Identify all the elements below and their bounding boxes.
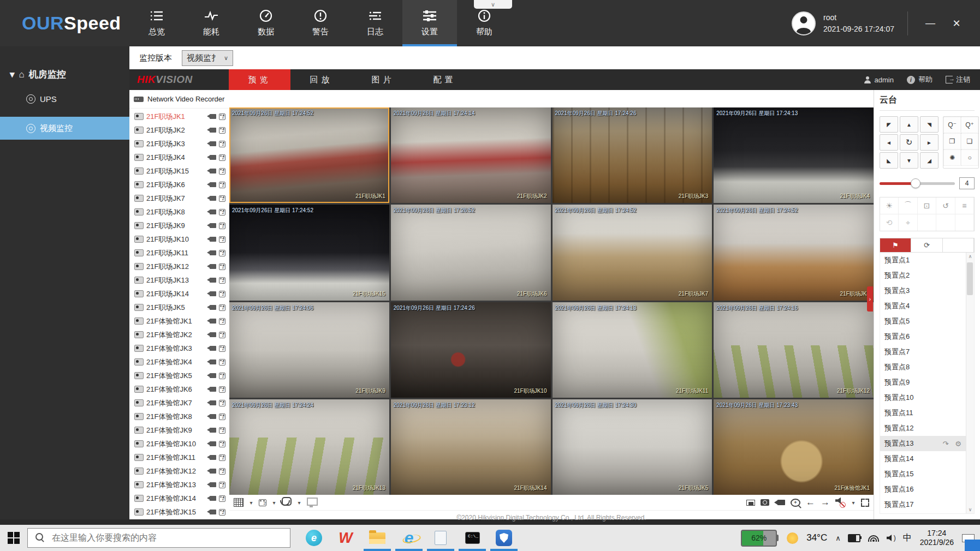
search-input[interactable] bbox=[28, 528, 290, 548]
preset-item[interactable]: 预置点2 bbox=[880, 268, 966, 283]
zoom-out-button[interactable]: Q⁻ bbox=[943, 117, 961, 133]
taskbar-app-notepad[interactable] bbox=[425, 525, 456, 551]
minimize-button[interactable]: — bbox=[921, 17, 940, 29]
nav-log[interactable]: 日志 bbox=[348, 0, 402, 46]
record-icon[interactable] bbox=[210, 400, 216, 405]
camera-item[interactable]: 21F体验馆JK62 bbox=[129, 382, 229, 396]
stream-select-icon[interactable]: 2 bbox=[219, 182, 225, 188]
auto-scan-button[interactable]: ↻ bbox=[900, 134, 918, 151]
stream-select-icon[interactable]: 2 bbox=[219, 195, 225, 202]
tab-preview[interactable]: 预览 bbox=[229, 69, 290, 90]
light-icon[interactable]: ☀ bbox=[880, 197, 899, 214]
stream-select-icon[interactable]: 2 bbox=[219, 168, 225, 175]
stream-select-icon[interactable]: 2 bbox=[219, 113, 225, 120]
record-icon[interactable] bbox=[210, 250, 216, 255]
camera-item[interactable]: 21F职场JK142 bbox=[129, 287, 229, 301]
preset-item[interactable]: 预置点12 bbox=[880, 421, 966, 436]
record-icon[interactable] bbox=[210, 373, 216, 378]
video-tile[interactable]: 2021年09月26日 星期日 17:24:5221F职场JK1 bbox=[229, 107, 389, 203]
stream-select-icon[interactable]: 2 bbox=[219, 400, 225, 406]
record-icon[interactable] bbox=[210, 387, 216, 392]
stream-select-icon[interactable]: 2 bbox=[219, 263, 225, 270]
video-tile[interactable]: 2021年09月26日 星期日 17:24:2621F职场JK10 bbox=[391, 302, 551, 398]
video-tile[interactable]: 2021年09月26日 星期日 17:24:5221F职场JK8 bbox=[714, 205, 874, 300]
taskbar-app-shield[interactable] bbox=[488, 525, 520, 551]
camera-item[interactable]: 21F体验馆JK72 bbox=[129, 396, 229, 410]
record-icon[interactable] bbox=[210, 332, 216, 337]
taskbar-app-wps[interactable] bbox=[330, 525, 361, 551]
record-icon[interactable] bbox=[210, 278, 216, 283]
taskbar-search[interactable] bbox=[27, 528, 290, 548]
camera-item[interactable]: 21F职场JK52 bbox=[129, 301, 229, 314]
ptz-tab-preset[interactable]: ⚑ bbox=[880, 238, 911, 252]
camera-item[interactable]: 21F体验馆JK22 bbox=[129, 328, 229, 342]
stream-select-icon[interactable]: 2 bbox=[219, 250, 225, 256]
video-tile[interactable]: 2021年09月26日 星期日 17:26:5221F职场JK6 bbox=[391, 205, 551, 300]
record-icon[interactable] bbox=[210, 482, 216, 487]
stream-select-icon[interactable]: 2 bbox=[219, 495, 225, 502]
record-icon[interactable] bbox=[210, 305, 216, 310]
focus-far-button[interactable]: ❐ bbox=[943, 133, 961, 149]
record-icon[interactable] bbox=[210, 441, 216, 446]
stream-select-icon[interactable]: 2 bbox=[219, 345, 225, 352]
camera-item[interactable]: 21F职场JK112 bbox=[129, 246, 229, 260]
record-icon[interactable] bbox=[210, 155, 216, 160]
camera-item[interactable]: 21F体验馆JK102 bbox=[129, 437, 229, 451]
video-tile[interactable]: 2021年09月26日 星期日 17:24:2421F职场JK13 bbox=[229, 399, 389, 495]
position-3d-icon[interactable]: ⌖ bbox=[899, 214, 917, 231]
scrollbar-thumb[interactable] bbox=[967, 262, 973, 295]
volume-icon[interactable]: ) bbox=[887, 534, 896, 542]
record-icon[interactable] bbox=[210, 196, 216, 201]
version-dropdown[interactable]: 视频监扌 ∨ bbox=[182, 50, 233, 66]
tray-expand-icon[interactable]: ∧ bbox=[835, 534, 841, 542]
pan-up-left-button[interactable]: ◤ bbox=[880, 116, 898, 133]
nav-overview[interactable]: 总览 bbox=[129, 0, 184, 46]
camera-item[interactable]: 21F体验馆JK132 bbox=[129, 478, 229, 492]
preset-item[interactable]: 预置点16 bbox=[880, 482, 966, 497]
pan-down-left-button[interactable]: ◣ bbox=[880, 152, 898, 169]
record-icon[interactable] bbox=[210, 264, 216, 269]
speed-slider[interactable] bbox=[880, 182, 955, 185]
top-chevron-tab[interactable]: ∨ bbox=[474, 0, 512, 9]
stream-select-icon[interactable]: 2 bbox=[219, 441, 225, 447]
pan-left-button[interactable]: ◄ bbox=[880, 134, 898, 151]
ptz-tab-pattern[interactable] bbox=[943, 238, 974, 252]
stream-select-icon[interactable]: 2 bbox=[219, 209, 225, 215]
tray-battery-icon[interactable] bbox=[848, 534, 860, 542]
ptz-tab-patrol[interactable]: ⟳ bbox=[911, 238, 942, 252]
record-icon[interactable] bbox=[210, 319, 216, 324]
iris-open-button[interactable]: ○ bbox=[961, 149, 978, 166]
record-icon[interactable] bbox=[210, 469, 216, 474]
preset-item[interactable]: 预置点7 bbox=[880, 344, 966, 360]
camera-item[interactable]: 21F职场JK82 bbox=[129, 205, 229, 219]
stream-select-icon[interactable]: 2 bbox=[219, 332, 225, 338]
close-all-icon[interactable] bbox=[746, 500, 755, 506]
pan-up-button[interactable]: ▲ bbox=[900, 116, 918, 133]
caret-down-icon[interactable]: ▾ bbox=[249, 498, 253, 507]
help-link[interactable]: i 帮助 bbox=[907, 75, 933, 85]
record-icon[interactable] bbox=[210, 209, 216, 214]
video-tile[interactable]: 2021年09月26日 星期日 17:23:4321F体验馆JK1 bbox=[714, 399, 874, 495]
record-icon[interactable] bbox=[210, 291, 216, 296]
digital-zoom-icon[interactable] bbox=[791, 499, 800, 507]
tab-configuration[interactable]: 配置 bbox=[414, 69, 476, 90]
stream-select-icon[interactable]: 2 bbox=[219, 386, 225, 393]
record-icon[interactable] bbox=[210, 346, 216, 351]
camera-item[interactable]: 21F体验馆JK152 bbox=[129, 505, 229, 519]
iris-close-button[interactable]: ✺ bbox=[943, 149, 961, 166]
record-icon[interactable] bbox=[210, 496, 216, 501]
user-avatar[interactable] bbox=[792, 11, 816, 35]
taskbar-app-browser[interactable] bbox=[298, 525, 330, 551]
camera-item[interactable]: 21F职场JK132 bbox=[129, 273, 229, 287]
taskbar-app-cmd[interactable] bbox=[456, 525, 488, 551]
nav-settings[interactable]: 设置 bbox=[402, 0, 457, 46]
zoom-in-button[interactable]: Q⁺ bbox=[961, 117, 978, 133]
video-tile[interactable]: 2021年09月26日 星期日 17:24:1321F职场JK4 bbox=[714, 107, 874, 203]
stream-select-icon[interactable]: 2 bbox=[219, 277, 225, 284]
stream-select-icon[interactable]: 2 bbox=[219, 373, 225, 379]
preset-item[interactable]: 预置点8 bbox=[880, 360, 966, 375]
video-tile[interactable]: 2021年09月26日 星期日 17:24:5221F职场JK7 bbox=[553, 205, 712, 300]
stream-select-icon[interactable]: 2 bbox=[219, 236, 225, 243]
pan-down-right-button[interactable]: ◢ bbox=[920, 152, 939, 169]
camera-item[interactable]: 21F职场JK122 bbox=[129, 260, 229, 273]
